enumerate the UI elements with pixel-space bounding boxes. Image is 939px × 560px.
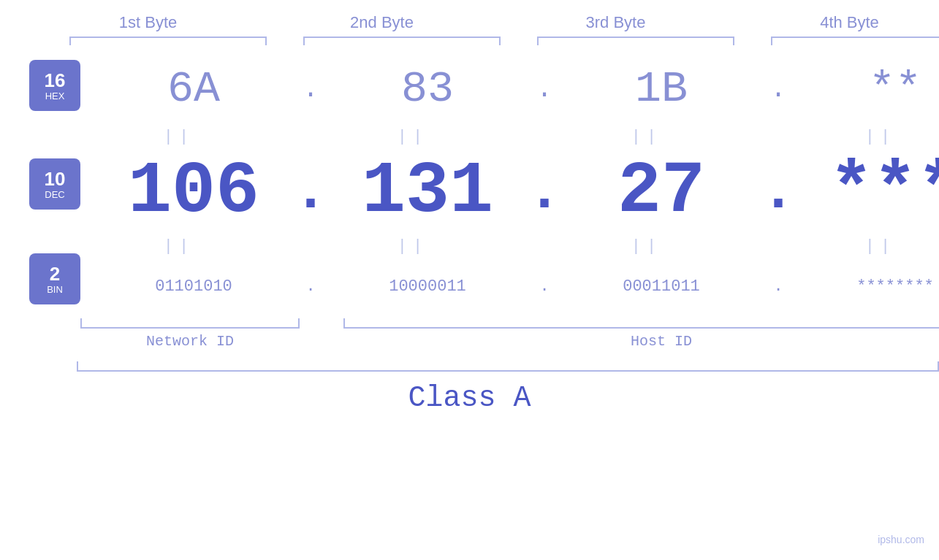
bin-byte1: 01101010 [95,277,292,296]
dec-badge-label: DEC [45,190,64,199]
hex-byte4: ** [797,64,939,114]
bin-dot3: . [760,277,797,296]
body-area: 16 HEX 10 DEC 2 BIN [0,53,939,350]
dec-dot2: . [526,158,563,225]
bin-badge-number: 2 [50,264,60,283]
top-brackets [69,37,939,45]
bracket-byte4 [771,37,939,45]
host-bracket [343,318,939,329]
hex-dot3: . [760,74,797,104]
hex-dot2: . [526,74,563,104]
eq2-byte3: || [548,237,745,256]
right-content: 6A . 83 . 1B . ** || || [80,53,939,350]
host-id-label: Host ID [343,333,939,350]
eq1-byte2: || [314,128,512,146]
class-bracket [77,361,939,372]
hex-badge-number: 16 [45,71,66,90]
eq2-byte2: || [314,237,512,256]
dec-byte1: 106 [95,150,292,233]
bin-byte4: ******** [797,277,939,296]
bin-badge-spacer: 2 BIN [29,250,80,308]
bin-byte2: 10000011 [329,277,526,296]
left-badges: 16 HEX 10 DEC 2 BIN [0,53,80,350]
eq1-byte1: || [80,128,278,146]
equals-row-1: || || || || [80,126,939,147]
network-id-label: Network ID [80,333,300,350]
class-label: Class A [408,382,531,415]
dec-dot1: . [292,158,329,225]
bin-badge-label: BIN [47,285,63,294]
bottom-sub-brackets [80,318,939,329]
byte1-header: 1st Byte [50,13,247,32]
hex-badge-label: HEX [45,91,65,101]
bin-dot2: . [526,277,563,296]
network-bracket [80,318,300,329]
hex-byte2: 83 [329,64,526,114]
hex-byte3: 1B [563,64,760,114]
bracket-byte3 [537,37,734,45]
bracket-byte2 [303,37,501,45]
watermark: ipshu.com [878,534,924,545]
hex-badge-spacer: 16 HEX [29,53,80,118]
bin-badge: 2 BIN [29,253,80,304]
dec-badge-number: 10 [45,169,66,188]
byte-headers: 1st Byte 2nd Byte 3rd Byte 4th Byte [50,13,940,32]
dec-byte2: 131 [329,150,526,233]
eq1-byte4: || [782,128,939,146]
id-label-row: Network ID Host ID [80,333,939,350]
hex-row: 6A . 83 . 1B . ** [95,53,939,126]
dec-byte4: *** [797,150,939,233]
bracket-byte1 [69,37,267,45]
byte2-header: 2nd Byte [284,13,481,32]
hex-badge: 16 HEX [29,60,80,111]
eq2-byte1: || [80,237,278,256]
dec-byte3: 27 [563,150,760,233]
eq1-byte3: || [548,128,745,146]
bin-row: 01101010 . 10000011 . 00011011 . *******… [95,257,939,315]
eq2-byte4: || [782,237,939,256]
byte3-header: 3rd Byte [517,13,715,32]
hex-dot1: . [292,74,329,104]
dec-badge-spacer: 10 DEC [29,140,80,228]
equals-row-2: || || || || [80,235,939,257]
bin-dot1: . [292,277,329,296]
byte4-header: 4th Byte [751,13,940,32]
dec-dot3: . [760,158,797,225]
dec-badge: 10 DEC [29,158,80,210]
page-container: 1st Byte 2nd Byte 3rd Byte 4th Byte 16 H… [0,0,939,560]
bin-byte3: 00011011 [563,277,760,296]
hex-byte1: 6A [95,64,292,114]
dec-row: 106 . 131 . 27 . *** [95,147,939,235]
